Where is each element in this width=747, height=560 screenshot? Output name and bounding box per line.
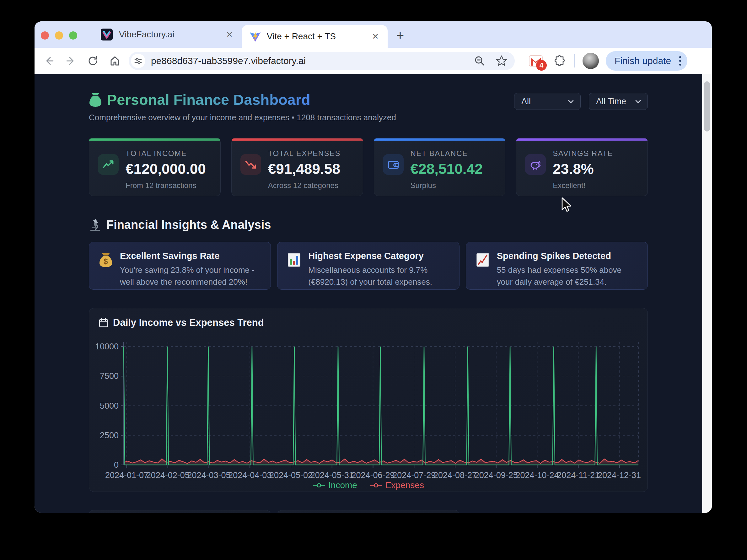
svg-text:2024-02-05: 2024-02-05 [146, 470, 189, 478]
piggy-bank-icon [525, 154, 546, 175]
extensions-button[interactable] [552, 54, 566, 68]
trending-down-icon [240, 154, 261, 175]
toolbar-divider [574, 54, 575, 68]
legend-label: Income [328, 480, 357, 490]
mouse-cursor [561, 197, 574, 212]
stat-value: €28,510.42 [411, 160, 483, 177]
forward-arrow-icon [65, 55, 77, 67]
svg-text:2024-03-05: 2024-03-05 [187, 470, 230, 478]
svg-text:0: 0 [114, 460, 119, 469]
svg-text:2024-08-27: 2024-08-27 [434, 470, 477, 478]
tab-close-icon[interactable]: ✕ [369, 30, 381, 43]
microscope-icon [89, 219, 101, 232]
tab-close-icon[interactable]: ✕ [224, 29, 235, 41]
svg-text:2024-04-03: 2024-04-03 [228, 470, 272, 478]
home-button[interactable] [108, 54, 122, 68]
stat-cards-row: TOTAL INCOME €120,000.00 From 12 transac… [89, 138, 648, 196]
finish-update-label: Finish update [615, 55, 671, 66]
site-info-button[interactable] [131, 54, 145, 68]
tab-vite-react-ts[interactable]: Vite + React + TS ✕ [242, 25, 388, 48]
svg-text:2024-05-31: 2024-05-31 [310, 470, 354, 478]
stat-value: €120,000.00 [126, 160, 206, 177]
insight-body: You're saving 23.8% of your income - wel… [120, 264, 260, 288]
svg-text:2024-07-29: 2024-07-29 [392, 470, 436, 478]
income-expenses-line-chart[interactable]: 0250050007500100002024-01-072024-02-0520… [89, 336, 647, 478]
top-expense-categories-card: Top Expense Categories [277, 510, 459, 513]
insight-title: Spending Spikes Detected [497, 251, 637, 261]
trending-up-icon [98, 154, 119, 175]
legend-label: Expenses [385, 480, 424, 490]
insights-heading: Financial Insights & Analysis [106, 218, 271, 232]
bookmark-star-icon[interactable] [495, 55, 508, 67]
tab-vibefactory[interactable]: VibeFactory.ai ✕ [93, 21, 242, 48]
stat-value: 23.8% [553, 160, 613, 177]
finish-update-button[interactable]: Finish update [606, 51, 687, 71]
stat-card-net-balance: NET BALANCE €28,510.42 Surplus [374, 138, 506, 196]
legend-marker-icon [313, 482, 325, 488]
reload-button[interactable] [86, 54, 100, 68]
svg-text:2500: 2500 [100, 431, 119, 440]
gmail-unread-badge: 4 [536, 60, 547, 71]
tab-strip: VibeFactory.ai ✕ Vite + React + TS ✕ + [34, 21, 712, 48]
chevron-down-icon [567, 98, 575, 105]
profile-avatar[interactable] [583, 53, 599, 69]
close-window-button[interactable] [41, 31, 49, 40]
new-tab-button[interactable]: + [393, 28, 407, 43]
bottom-cards-row: Expense Distribution by Category Top Exp… [89, 510, 648, 513]
svg-text:2024-11-21: 2024-11-21 [557, 470, 599, 478]
browser-menu-icon[interactable] [677, 54, 683, 68]
stat-label: TOTAL EXPENSES [268, 149, 340, 158]
stat-card-total-income: TOTAL INCOME €120,000.00 From 12 transac… [89, 138, 221, 196]
forward-button[interactable] [64, 54, 78, 68]
reload-icon [87, 55, 99, 67]
expense-distribution-card: Expense Distribution by Category [89, 510, 271, 513]
chart-increasing-icon [475, 252, 490, 268]
back-button[interactable] [42, 54, 56, 68]
insight-card-highest-expense: Highest Expense Category Miscellaneous a… [277, 242, 459, 290]
svg-text:2024-09-25: 2024-09-25 [474, 470, 518, 478]
svg-text:2024-12-31: 2024-12-31 [598, 470, 641, 478]
legend-marker-icon [370, 482, 382, 488]
card-accent-bar [89, 138, 220, 141]
minimize-window-button[interactable] [55, 31, 63, 40]
chart-legend: Income Expenses [89, 480, 647, 490]
svg-text:7500: 7500 [100, 371, 119, 381]
insight-card-savings: $ Excellent Savings Rate You're saving 2… [89, 242, 271, 290]
stat-label: TOTAL INCOME [126, 149, 206, 158]
category-filter-select[interactable]: All [514, 93, 581, 110]
svg-text:2024-06-29: 2024-06-29 [351, 470, 394, 478]
insight-body: 55 days had expenses 50% above your dail… [497, 264, 637, 288]
stat-card-savings-rate: SAVINGS RATE 23.8% Excellent! [516, 138, 648, 196]
page-scrollbar[interactable] [702, 74, 712, 513]
home-icon [109, 55, 121, 67]
tune-icon [134, 57, 142, 65]
stat-value: €91,489.58 [268, 160, 340, 177]
svg-text:2024-05-02: 2024-05-02 [269, 470, 313, 478]
stat-subtext: Across 12 categories [268, 181, 340, 190]
gmail-extension-button[interactable]: 4 [529, 54, 543, 68]
time-range-filter-select[interactable]: All Time [589, 93, 648, 110]
url-text[interactable]: pe868d637-uab3599e7.vibefactory.ai [151, 55, 473, 66]
calendar-icon [99, 318, 109, 328]
money-bag-icon: $ [99, 252, 113, 268]
zoom-out-icon[interactable] [473, 55, 486, 67]
insight-body: Miscellaneous accounts for 9.7% (€8920.1… [308, 264, 448, 288]
time-range-filter-value: All Time [596, 97, 626, 106]
category-filter-value: All [521, 97, 531, 106]
legend-expenses[interactable]: Expenses [370, 480, 424, 490]
vibefactory-favicon-icon [101, 29, 113, 41]
fullscreen-window-button[interactable] [69, 31, 77, 40]
vite-favicon-icon [249, 30, 261, 42]
legend-income[interactable]: Income [313, 480, 357, 490]
insight-title: Excellent Savings Rate [120, 251, 260, 261]
insight-cards-row: $ Excellent Savings Rate You're saving 2… [89, 242, 648, 290]
scrollbar-thumb[interactable] [704, 81, 710, 131]
browser-toolbar: pe868d637-uab3599e7.vibefactory.ai 4 [34, 48, 712, 74]
page-title: Personal Finance Dashboard [107, 91, 310, 108]
address-bar[interactable]: pe868d637-uab3599e7.vibefactory.ai [129, 52, 515, 70]
insight-card-spending-spikes: Spending Spikes Detected 55 days had exp… [466, 242, 648, 290]
wallet-icon [383, 154, 404, 175]
bar-chart-icon [287, 252, 301, 268]
money-bag-icon [89, 93, 102, 107]
card-accent-bar [374, 138, 505, 141]
